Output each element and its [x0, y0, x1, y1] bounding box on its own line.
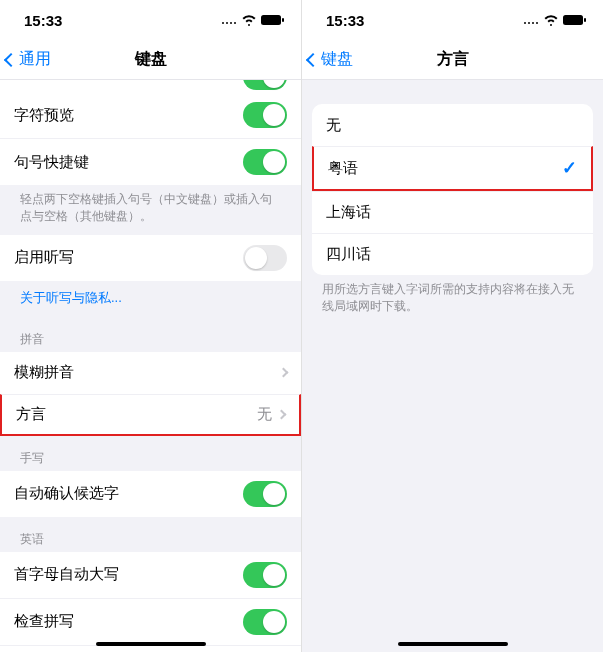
chevron-right-icon: [279, 368, 289, 378]
wifi-icon: [543, 14, 559, 26]
dialect-row[interactable]: 方言 无: [0, 394, 301, 436]
cell-label: 检查拼写: [14, 612, 74, 631]
svg-point-1: [226, 22, 228, 24]
svg-point-3: [234, 22, 236, 24]
chevron-left-icon: [4, 52, 18, 66]
footer-text: 轻点两下空格键插入句号（中文键盘）或插入句点与空格（其他键盘）。: [0, 185, 301, 235]
phone-right: 15:33 键盘 方言 无 粤语 ✓ 上海话 四川话: [301, 0, 603, 652]
detail-value: 无: [257, 405, 272, 424]
wifi-icon: [241, 14, 257, 26]
cell-label: 首字母自动大写: [14, 565, 119, 584]
cell-label: 方言: [16, 405, 46, 424]
nav-back-label: 通用: [19, 49, 51, 70]
checkmark-icon: ✓: [562, 157, 577, 179]
nav-bar: 键盘 方言: [302, 40, 603, 80]
status-icons: [221, 14, 285, 26]
nav-bar: 通用 键盘: [0, 40, 301, 80]
toggle-on[interactable]: [243, 149, 287, 175]
toggle-on[interactable]: [243, 102, 287, 128]
battery-icon: [261, 14, 285, 26]
svg-rect-10: [563, 15, 583, 25]
chevron-right-icon: [277, 409, 287, 419]
dialect-option-none[interactable]: 无: [312, 104, 593, 146]
content-scroll[interactable]: 字符预览 句号快捷键 轻点两下空格键插入句号（中文键盘）或插入句点与空格（其他键…: [0, 80, 301, 652]
section-pinyin: 拼音: [0, 317, 301, 352]
battery-icon: [563, 14, 587, 26]
cell-label: 字符预览: [14, 106, 74, 125]
auto-cap-row[interactable]: 首字母自动大写: [0, 552, 301, 598]
toggle-off[interactable]: [243, 245, 287, 271]
footer-text: 用所选方言键入字词所需的支持内容将在接入无线局域网时下载。: [302, 275, 603, 325]
phone-left: 15:33 通用 键盘 字符预览 句号快捷键 轻点两下空格键插入句号（中文键盘）…: [0, 0, 301, 652]
option-label: 无: [326, 116, 341, 135]
nav-back-button[interactable]: 键盘: [308, 49, 353, 70]
cutoff-row: [0, 80, 301, 92]
svg-point-2: [230, 22, 232, 24]
option-label: 粤语: [328, 159, 358, 178]
section-english: 英语: [0, 517, 301, 552]
cell-label: 自动确认候选字: [14, 484, 119, 503]
dialect-option-sichuan[interactable]: 四川话: [312, 233, 593, 275]
dialect-option-cantonese[interactable]: 粤语 ✓: [312, 146, 593, 191]
svg-point-8: [532, 22, 534, 24]
svg-point-0: [222, 22, 224, 24]
check-spell-row[interactable]: 检查拼写: [0, 598, 301, 645]
status-icons: [523, 14, 587, 26]
fuzzy-pinyin-row[interactable]: 模糊拼音: [0, 352, 301, 394]
nav-back-label: 键盘: [321, 49, 353, 70]
chevron-left-icon: [306, 52, 320, 66]
dictation-row[interactable]: 启用听写: [0, 235, 301, 281]
period-shortcut-row[interactable]: 句号快捷键: [0, 138, 301, 185]
status-bar: 15:33: [302, 0, 603, 40]
home-indicator: [398, 642, 508, 646]
char-preview-row[interactable]: 字符预览: [0, 92, 301, 138]
cell-label: 启用听写: [14, 248, 74, 267]
option-label: 上海话: [326, 203, 371, 222]
content-scroll[interactable]: 无 粤语 ✓ 上海话 四川话 用所选方言键入字词所需的支持内容将在接入无线局域网…: [302, 80, 603, 652]
option-label: 四川话: [326, 245, 371, 264]
svg-point-6: [524, 22, 526, 24]
cell-label: 句号快捷键: [14, 153, 89, 172]
toggle-on[interactable]: [243, 481, 287, 507]
dialect-option-shanghai[interactable]: 上海话: [312, 191, 593, 233]
signal-dots-icon: [221, 15, 237, 25]
signal-dots-icon: [523, 15, 539, 25]
svg-rect-5: [282, 18, 284, 22]
nav-back-button[interactable]: 通用: [6, 49, 51, 70]
home-indicator: [96, 642, 206, 646]
svg-point-9: [536, 22, 538, 24]
status-bar: 15:33: [0, 0, 301, 40]
svg-rect-11: [584, 18, 586, 22]
privacy-link[interactable]: 关于听写与隐私...: [0, 281, 301, 317]
svg-rect-4: [261, 15, 281, 25]
toggle-on[interactable]: [243, 562, 287, 588]
status-time: 15:33: [326, 12, 364, 29]
cell-label: 模糊拼音: [14, 363, 74, 382]
section-hand: 手写: [0, 436, 301, 471]
toggle-on[interactable]: [243, 609, 287, 635]
svg-point-7: [528, 22, 530, 24]
auto-confirm-row[interactable]: 自动确认候选字: [0, 471, 301, 517]
status-time: 15:33: [24, 12, 62, 29]
